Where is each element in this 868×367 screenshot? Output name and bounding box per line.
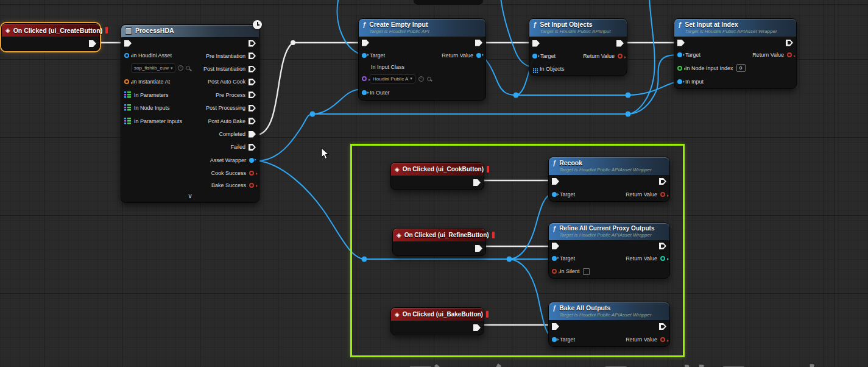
post-processing-pin[interactable]: [249, 105, 256, 112]
node-refine-all-current-proxy-outputs[interactable]: ƒ Refine All Current Proxy Outputs Targe…: [548, 223, 670, 279]
exec-in-pin[interactable]: [552, 243, 559, 249]
function-node-header[interactable]: ƒ Create Empty Input Target is Houdini P…: [359, 19, 485, 37]
exec-in-pin[interactable]: [552, 323, 559, 330]
exec-out-pin[interactable]: [89, 40, 96, 47]
blueprint-graph-canvas[interactable]: エディタユーティリティウィジェット: [0, 0, 868, 367]
pin-label: In Node Inputs: [134, 105, 170, 111]
use-selected-class-icon[interactable]: ‹: [418, 76, 424, 82]
node-set-input-objects[interactable]: ƒ Set Input Objects Target is Houdini Pu…: [529, 18, 627, 76]
post-instantiation-pin[interactable]: [249, 66, 256, 73]
post-auto-bake-pin[interactable]: [249, 118, 256, 124]
pin-label: In Instantiate At: [132, 79, 170, 85]
delegate-pin[interactable]: [487, 166, 489, 173]
node-on-clicked-bake-button[interactable]: ◈ On Clicked (ui_BakeButton): [390, 307, 484, 335]
completed-pin[interactable]: [249, 131, 256, 138]
node-process-hda[interactable]: ProcessHDA In Houdini Asset sop_fishlib_…: [121, 24, 259, 203]
target-pin[interactable]: [677, 52, 682, 57]
latent-clock-icon: [253, 20, 262, 29]
target-pin[interactable]: [552, 337, 557, 342]
function-node-header[interactable]: ƒ Recook Target is Houdini Public APIAss…: [549, 157, 669, 175]
pin-label: In Parameters: [134, 92, 169, 98]
map-pin-icon[interactable]: [124, 118, 131, 124]
event-node-header[interactable]: ◈ On Clicked (ui_BakeButton): [391, 308, 484, 321]
target-pin[interactable]: [532, 54, 537, 59]
function-node-header[interactable]: ƒ Set Input at Index Target is Houdini P…: [674, 19, 796, 37]
input-class-pin[interactable]: [362, 76, 367, 81]
function-node-header[interactable]: ƒ Set Input Objects Target is Houdini Pu…: [529, 19, 627, 37]
target-pin[interactable]: [552, 256, 557, 261]
outer-pin[interactable]: [362, 90, 367, 95]
target-pin[interactable]: [552, 192, 557, 197]
node-on-clicked-refine-button[interactable]: ◈ On Clicked (ui_RefineButton): [392, 228, 486, 256]
node-on-clicked-create-button[interactable]: ◈ On Clicked (ui_CreateButton): [1, 23, 100, 51]
return-value-pin[interactable]: [787, 52, 792, 57]
process-hda-right-pins: Pre Instantiation Post Instantiation Pos…: [203, 37, 259, 191]
event-node-header[interactable]: ◈ On Clicked (ui_RefineButton): [393, 229, 485, 241]
exec-out-pin[interactable]: [473, 324, 481, 331]
function-node-header[interactable]: ƒ Bake All Outputs Target is Houdini Pub…: [549, 302, 669, 320]
node-on-clicked-cook-button[interactable]: ◈ On Clicked (ui_CookButton): [390, 162, 484, 190]
event-node-header[interactable]: ◈ On Clicked (ui_CreateButton): [2, 24, 99, 37]
return-value-pin[interactable]: [618, 54, 623, 59]
node-recook[interactable]: ƒ Recook Target is Houdini Public APIAss…: [548, 157, 670, 202]
post-auto-cook-pin[interactable]: [249, 79, 256, 85]
cook-success-pin[interactable]: [249, 171, 254, 176]
input-class-combobox[interactable]: Houdini Public A ▾: [370, 74, 415, 84]
process-hda-header[interactable]: ProcessHDA: [121, 25, 259, 37]
node-bake-all-outputs[interactable]: ƒ Bake All Outputs Target is Houdini Pub…: [548, 302, 670, 347]
houdini-asset-combobox[interactable]: sop_fishlib_euw ▾: [131, 63, 175, 73]
browse-class-icon[interactable]: [427, 77, 431, 81]
exec-out-pin[interactable]: [659, 243, 666, 249]
instantiate-at-pin[interactable]: [124, 79, 129, 84]
function-icon: ƒ: [552, 160, 556, 173]
return-value-pin[interactable]: [660, 192, 665, 197]
exec-out-pin[interactable]: [659, 323, 666, 330]
exec-in-pin[interactable]: [532, 40, 540, 47]
exec-out-pin[interactable]: [473, 179, 481, 186]
objects-array-pin[interactable]: [533, 68, 534, 69]
silent-pin[interactable]: [552, 269, 557, 274]
exec-out-pin[interactable]: [249, 40, 256, 47]
delegate-pin[interactable]: [486, 311, 489, 318]
asset-wrapper-pin[interactable]: [249, 158, 254, 163]
return-value-pin[interactable]: [660, 337, 665, 342]
node-input-index-pin[interactable]: [677, 66, 682, 71]
map-pin-icon[interactable]: [124, 104, 131, 111]
exec-in-pin[interactable]: [362, 40, 369, 46]
event-node-title: On Clicked (ui_CreateButton): [13, 27, 102, 34]
node-title: ProcessHDA: [135, 27, 174, 35]
map-pin-icon[interactable]: [124, 91, 131, 98]
delegate-pin[interactable]: [105, 27, 108, 34]
failed-pin[interactable]: [249, 144, 256, 151]
pre-instantiation-pin[interactable]: [249, 52, 256, 59]
return-value-pin[interactable]: [476, 53, 481, 58]
node-input-index-value[interactable]: 0: [736, 64, 746, 72]
exec-out-pin[interactable]: [475, 245, 482, 252]
collapse-chevron-icon[interactable]: ∨: [121, 191, 259, 202]
browse-asset-icon[interactable]: [186, 66, 190, 70]
input-pin[interactable]: [677, 79, 682, 84]
return-value-pin[interactable]: [660, 256, 665, 261]
node-set-input-at-index[interactable]: ƒ Set Input at Index Target is Houdini P…: [674, 18, 797, 89]
function-node-header[interactable]: ƒ Refine All Current Proxy Outputs Targe…: [549, 223, 669, 240]
exec-out-pin[interactable]: [475, 40, 482, 46]
delegate-pin[interactable]: [492, 232, 495, 238]
pin-label: In Parameter Inputs: [134, 118, 182, 124]
clipped-node-top[interactable]: [413, 0, 484, 5]
exec-in-pin[interactable]: [124, 40, 132, 47]
function-icon: ƒ: [533, 21, 537, 34]
houdini-asset-pin[interactable]: [124, 53, 129, 58]
event-icon: ◈: [5, 27, 10, 34]
use-selected-asset-icon[interactable]: ‹: [178, 65, 183, 71]
node-create-empty-input[interactable]: ƒ Create Empty Input Target is Houdini P…: [358, 18, 486, 101]
exec-in-pin[interactable]: [552, 178, 559, 185]
exec-out-pin[interactable]: [786, 40, 793, 46]
event-node-header[interactable]: ◈ On Clicked (ui_CookButton): [391, 163, 484, 176]
exec-out-pin[interactable]: [659, 178, 666, 185]
exec-out-pin[interactable]: [616, 40, 624, 47]
exec-in-pin[interactable]: [677, 40, 685, 46]
pre-process-pin[interactable]: [249, 91, 256, 98]
bake-success-pin[interactable]: [249, 183, 254, 188]
target-pin[interactable]: [362, 53, 367, 58]
silent-checkbox[interactable]: [583, 268, 590, 275]
